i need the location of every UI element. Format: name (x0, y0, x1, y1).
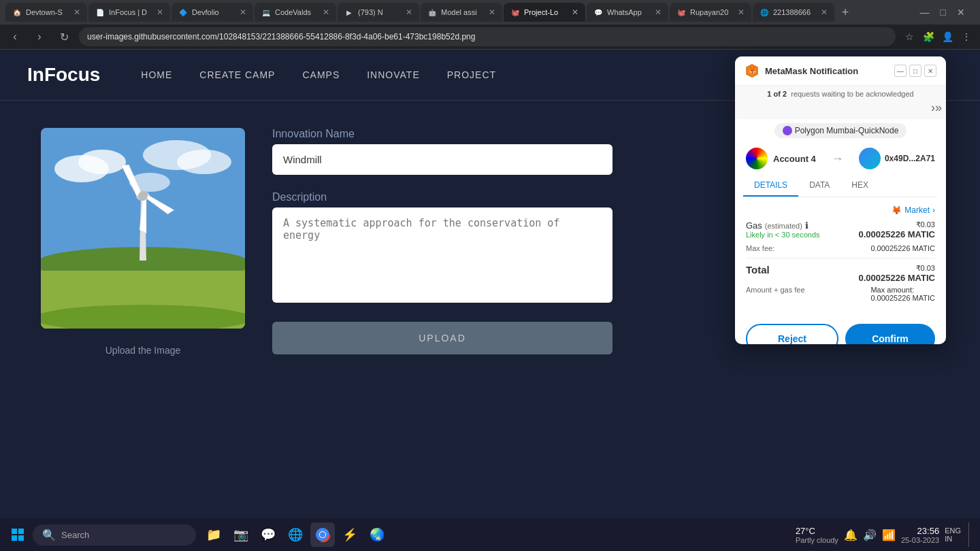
start-button[interactable] (5, 522, 30, 547)
tab-favicon-whatsapp: 💬 (593, 7, 603, 17)
mm-tab-details[interactable]: DETAILS (743, 175, 798, 197)
extensions-icon[interactable]: 🧩 (920, 29, 936, 45)
tab-rupayan[interactable]: 🐙 Rupayan20 ✕ (670, 3, 751, 22)
mm-gas-label: Gas (estimated) ℹ (746, 220, 820, 231)
mm-counter: 1 of 2 requests waiting to be acknowledg… (735, 86, 946, 119)
tab-project[interactable]: 🐙 Project-Lo ✕ (504, 3, 585, 22)
show-desktop-icon[interactable] (966, 522, 969, 547)
mm-total-values: ₹0.03 0.00025226 MATIC (859, 264, 936, 283)
network-icon[interactable]: 📶 (882, 529, 896, 541)
mm-info-icon[interactable]: ℹ (805, 220, 808, 231)
tab-close-whatsapp[interactable]: ✕ (655, 7, 662, 17)
svg-point-4 (177, 150, 231, 174)
windmill-illustration (41, 128, 245, 329)
mm-total-inr: ₹0.03 (859, 264, 936, 273)
tab-favicon-hash: 🌐 (760, 7, 769, 17)
app-container: InFocus HOME CREATE CAMP CAMPS INNOVATE … (0, 50, 980, 504)
tab-close-infocus[interactable]: ✕ (157, 7, 163, 17)
taskbar-time: 23:56 (901, 526, 939, 536)
tab-infocus[interactable]: 📄 InFocus | D ✕ (88, 3, 170, 22)
mm-tab-hex[interactable]: HEX (840, 175, 879, 197)
taskbar-search[interactable]: 🔍 Search (33, 524, 196, 546)
tab-whatsapp[interactable]: 💬 WhatsApp ✕ (587, 3, 668, 22)
tab-close-rupayan[interactable]: ✕ (738, 7, 745, 17)
mm-maxamt-value: 0.00025226 MATIC (870, 294, 935, 302)
tab-close-model[interactable]: ✕ (489, 7, 495, 17)
tab-close-codevalds[interactable]: ✕ (323, 7, 329, 17)
mm-confirm-button[interactable]: Confirm (845, 324, 935, 344)
mm-maximize[interactable]: □ (909, 65, 921, 77)
back-button[interactable]: ‹ (5, 27, 24, 46)
description-textarea[interactable] (272, 207, 612, 303)
tab-hash[interactable]: 🌐 221388666 ✕ (753, 3, 834, 22)
mm-maxfee-value: 0.00025226 MATIC (870, 244, 935, 252)
tab-codevalds[interactable]: 💻 CodeValds ✕ (255, 3, 336, 22)
new-tab-button[interactable]: + (836, 3, 855, 22)
upload-button[interactable]: UPLOAD (272, 322, 612, 354)
browser-chrome: 🏠 Devtown-S ✕ 📄 InFocus | D ✕ 🔷 Devfolio… (0, 0, 980, 50)
innovation-name-label: Innovation Name (272, 128, 612, 140)
address-input[interactable] (79, 27, 896, 46)
notification-icon[interactable]: 🔔 (844, 529, 858, 541)
tab-devtown[interactable]: 🏠 Devtown-S ✕ (5, 3, 87, 22)
mm-arrow-right-icon: → (831, 152, 843, 166)
tab-devfolio[interactable]: 🔷 Devfolio ✕ (172, 3, 253, 22)
mm-divider (746, 258, 935, 258)
volume-icon[interactable]: 🔊 (863, 529, 877, 541)
taskbar-vscode-icon[interactable]: ⚡ (338, 522, 362, 547)
mm-minimize[interactable]: — (894, 65, 906, 77)
svg-rect-21 (12, 535, 17, 541)
taskbar-clock[interactable]: 23:56 25-03-2023 (901, 526, 939, 544)
taskbar-weather: 27°C Partly cloudy (796, 526, 838, 544)
taskbar-browser-icon[interactable]: 🌐 (283, 522, 308, 547)
taskbar-chat-icon[interactable]: 💬 (256, 522, 280, 547)
mm-accounts-row: Account 4 → 0x49D...2A71 (735, 142, 946, 175)
tab-close-hash[interactable]: ✕ (821, 7, 828, 17)
mm-from-label: Account 4 (773, 154, 816, 164)
taskbar-camera-icon[interactable]: 📷 (229, 522, 253, 547)
mm-chevron-right-icon: › (932, 205, 935, 215)
mm-close[interactable]: ✕ (924, 65, 936, 77)
svg-rect-20 (18, 529, 24, 534)
tab-close-devfolio[interactable]: ✕ (240, 7, 246, 17)
mm-amtgas-label: Amount + gas fee (746, 286, 805, 302)
tab-model[interactable]: 🤖 Model assi ✕ (421, 3, 502, 22)
mm-tab-data[interactable]: DATA (798, 175, 840, 197)
mm-market-row: 🦊 Market › (746, 205, 935, 215)
mm-fox-icon: 🦊 (892, 205, 902, 215)
profile-icon[interactable]: 👤 (939, 29, 956, 45)
nav-home[interactable]: HOME (141, 69, 172, 80)
weather-temp: 27°C (796, 526, 815, 536)
maximize-button[interactable]: □ (936, 7, 950, 18)
minimize-button[interactable]: — (916, 7, 934, 18)
tab-close-devtown[interactable]: ✕ (74, 7, 80, 17)
svg-point-9 (41, 305, 245, 329)
mm-chevron-double-right[interactable]: » (935, 101, 942, 115)
close-button[interactable]: ✕ (953, 7, 969, 18)
bookmark-icon[interactable]: ☆ (901, 29, 917, 45)
nav-create-camp[interactable]: CREATE CAMP (199, 69, 275, 80)
tab-youtube[interactable]: ▶ (793) N ✕ (338, 3, 419, 22)
mm-network-badge[interactable]: Polygon Mumbai-QuickNode (774, 123, 907, 138)
mm-market-link[interactable]: 🦊 Market › (892, 205, 935, 215)
address-icons: ☆ 🧩 👤 ⋮ (901, 29, 975, 45)
tab-close-project[interactable]: ✕ (572, 7, 578, 17)
mm-header: 🦊 MetaMask Notification — □ ✕ (735, 56, 946, 86)
refresh-button[interactable]: ↻ (54, 27, 74, 46)
mm-reject-button[interactable]: Reject (746, 324, 838, 344)
menu-icon[interactable]: ⋮ (958, 29, 975, 45)
taskbar-files-icon[interactable]: 📁 (201, 522, 226, 547)
description-field: Description (272, 191, 612, 305)
nav-project[interactable]: PROJECT (447, 69, 496, 80)
forward-button[interactable]: › (30, 27, 49, 46)
innovation-name-input[interactable] (272, 144, 612, 175)
taskbar-chrome-icon[interactable] (310, 522, 335, 547)
taskbar-chrome2-icon[interactable]: 🌏 (365, 522, 389, 547)
tab-close-youtube[interactable]: ✕ (406, 7, 412, 17)
image-upload-section: Upload the Image (41, 128, 245, 477)
nav-innovate[interactable]: INNOVATE (367, 69, 420, 80)
nav-camps[interactable]: CAMPS (302, 69, 340, 80)
mm-to-avatar (859, 148, 881, 169)
mm-scroll-area: 1 of 2 requests waiting to be acknowledg… (735, 86, 946, 344)
mm-total-matic: 0.00025226 MATIC (859, 273, 936, 283)
